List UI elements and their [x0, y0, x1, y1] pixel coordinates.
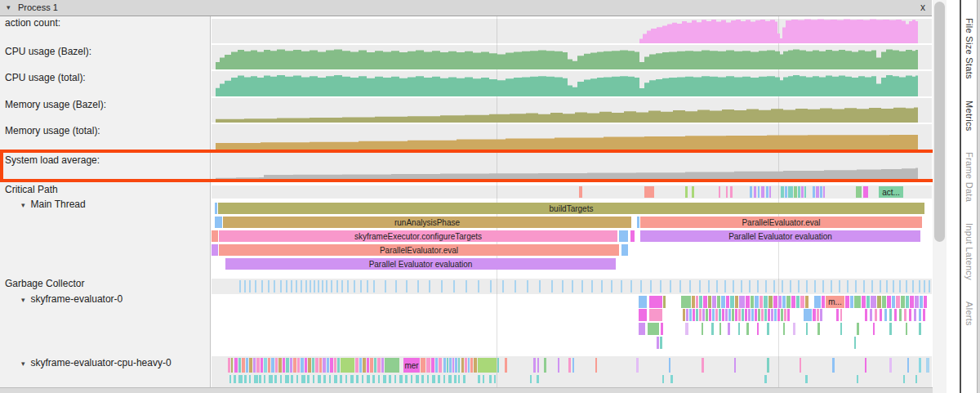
trace-slice[interactable]: [702, 358, 704, 373]
trace-slice[interactable]: [880, 309, 882, 321]
vm-op-tick[interactable]: [269, 375, 273, 383]
trace-slice[interactable]: [892, 296, 895, 308]
trace-slice[interactable]: [702, 323, 703, 335]
trace-slice-ParallelEvaluatoreval[interactable]: ParallelEvaluator.eval: [640, 217, 922, 228]
trace-slice[interactable]: [497, 358, 499, 373]
gc-tick[interactable]: [301, 280, 302, 293]
thread-row-main-thread[interactable]: ▾Main Thread: [21, 199, 86, 211]
gc-tick[interactable]: [336, 280, 338, 293]
trace-slice[interactable]: [249, 358, 252, 373]
tab-alerts[interactable]: Alerts: [964, 301, 974, 326]
gc-tick[interactable]: [929, 280, 930, 293]
vm-op-tick[interactable]: [367, 375, 370, 383]
vm-op-tick[interactable]: [405, 375, 408, 383]
trace-slice[interactable]: [914, 309, 916, 321]
trace-slice[interactable]: [783, 323, 785, 335]
trace-slice[interactable]: [706, 309, 708, 321]
gc-tick[interactable]: [249, 280, 251, 293]
trace-slice[interactable]: [278, 358, 282, 373]
trace-slice-buildTargets[interactable]: buildTargets: [218, 203, 924, 214]
trace-slice[interactable]: [355, 358, 359, 373]
trace-slice[interactable]: [461, 358, 464, 373]
vm-op-tick[interactable]: [234, 375, 236, 383]
vm-op-tick[interactable]: [318, 375, 321, 383]
trace-slice[interactable]: [866, 296, 870, 308]
gc-tick[interactable]: [367, 280, 368, 293]
gc-tick[interactable]: [305, 280, 307, 293]
gc-tick[interactable]: [716, 280, 718, 293]
trace-slice[interactable]: [234, 358, 238, 373]
trace-slice[interactable]: [681, 296, 691, 308]
trace-slice[interactable]: [767, 323, 769, 335]
vertical-scrollbar[interactable]: [933, 0, 947, 393]
trace-slice[interactable]: [648, 323, 659, 335]
gc-tick[interactable]: [822, 280, 824, 293]
trace-slice[interactable]: [787, 309, 790, 321]
trace-slice[interactable]: [319, 358, 322, 373]
gc-tick[interactable]: [478, 280, 479, 293]
skyframe-evaluator-cpu-heavy-0-row-0[interactable]: mer: [212, 358, 932, 373]
vm-op-tick[interactable]: [362, 375, 363, 383]
gc-tick[interactable]: [757, 280, 759, 293]
trace-slice[interactable]: [813, 309, 816, 321]
gc-tick[interactable]: [322, 280, 323, 293]
trace-slice[interactable]: [726, 186, 728, 198]
gc-tick[interactable]: [741, 280, 742, 293]
trace-slice[interactable]: [660, 337, 662, 349]
trace-slice[interactable]: [711, 323, 714, 335]
trace-slice[interactable]: [595, 358, 597, 373]
trace-slice[interactable]: [785, 186, 787, 198]
cpu-usage-total-chart[interactable]: [212, 71, 932, 96]
trace-slice[interactable]: [850, 296, 853, 308]
vm-op-tick[interactable]: [296, 375, 298, 383]
vm-op-tick[interactable]: [448, 375, 452, 383]
vm-op-tick[interactable]: [372, 375, 375, 383]
trace-slice[interactable]: [788, 186, 793, 198]
trace-slice[interactable]: [699, 309, 702, 321]
trace-slice[interactable]: [435, 358, 438, 373]
trace-slice[interactable]: [709, 309, 711, 321]
trace-slice[interactable]: [919, 323, 921, 335]
vm-op-tick[interactable]: [443, 375, 445, 383]
trace-slice[interactable]: [822, 296, 825, 308]
collapse-arrow-icon[interactable]: ▾: [21, 296, 25, 304]
trace-slice[interactable]: [639, 296, 647, 308]
trace-slice[interactable]: [377, 358, 381, 373]
vm-op-tick[interactable]: [238, 375, 243, 383]
gc-tick[interactable]: [611, 280, 612, 293]
trace-slice[interactable]: [761, 309, 764, 321]
trace-slice[interactable]: [305, 358, 307, 373]
trace-slice[interactable]: [685, 186, 688, 198]
trace-slice[interactable]: [877, 296, 881, 308]
trace-slice[interactable]: [385, 358, 399, 373]
trace-slice[interactable]: [264, 358, 267, 373]
trace-slice[interactable]: [275, 358, 278, 373]
main-thread-row-3[interactable]: ParallelEvaluator.eval: [212, 244, 932, 256]
trace-slice[interactable]: [910, 296, 914, 308]
gc-tick[interactable]: [341, 280, 343, 293]
trace-slice[interactable]: [452, 358, 454, 373]
trace-slice[interactable]: [663, 296, 666, 308]
gc-tick[interactable]: [314, 280, 315, 293]
vm-op-tick[interactable]: [259, 375, 261, 383]
trace-slice[interactable]: [800, 358, 801, 373]
trace-slice[interactable]: [702, 309, 705, 321]
process-header[interactable]: ▾ Process 1 x: [0, 0, 932, 16]
gc-tick[interactable]: [855, 280, 857, 293]
trace-slice[interactable]: [782, 296, 786, 308]
vm-op-tick[interactable]: [805, 375, 808, 383]
trace-slice[interactable]: [863, 186, 868, 198]
gc-tick[interactable]: [880, 280, 881, 293]
vm-op-tick[interactable]: [244, 375, 247, 383]
vm-op-tick[interactable]: [301, 375, 305, 383]
trace-slice[interactable]: [421, 358, 425, 373]
trace-slice[interactable]: [686, 309, 688, 321]
collapse-arrow-icon[interactable]: ▾: [7, 0, 11, 16]
trace-slice[interactable]: [431, 358, 434, 373]
main-thread-row-0[interactable]: buildTargets: [212, 203, 932, 214]
vm-op-tick[interactable]: [764, 375, 767, 383]
trace-slice[interactable]: [735, 296, 738, 308]
trace-slice[interactable]: [669, 358, 670, 373]
gc-tick[interactable]: [291, 280, 292, 293]
gc-tick[interactable]: [318, 280, 319, 293]
